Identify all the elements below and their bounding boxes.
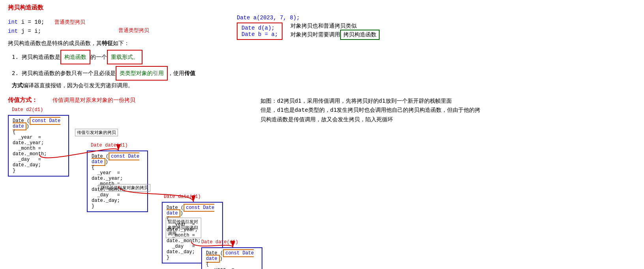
annotation3-box: 层层传值引发对象的拷贝的递归调用 xyxy=(166,218,201,238)
label-d2d1: Date d2(d1) xyxy=(12,107,43,113)
copy-constructor-box: 拷贝构造函数 xyxy=(340,30,380,40)
label-date-d1-4: Date date(d1) xyxy=(201,239,238,245)
comment-right2: 对象拷贝时需要调用拷贝构造函数 xyxy=(290,30,380,40)
pass-right-line2: 但是，d1也是date类型的，d1发生拷贝时也会调用他自己的拷贝构造函数，但由于… xyxy=(260,105,636,115)
code-text1: i = 10; xyxy=(21,19,51,25)
frame1-header: Date (const Date date) xyxy=(13,118,64,129)
pass-right-line3: 贝构造函数是传值调用，故又会发生拷贝，陷入死循环 xyxy=(260,115,636,124)
frame1-const: const Date date xyxy=(13,117,60,130)
list1-prefix: 1. 拷贝构造函数是 xyxy=(12,54,60,60)
diagrams-area: Date d2(d1) Date (const Date date) { _ye… xyxy=(8,107,249,269)
list2-mid: ，使用 xyxy=(168,70,184,76)
frame4-const: const Date date xyxy=(206,249,254,263)
top-section: int i = 10; 普通类型拷贝 int j = i; 拷贝构造函数也是特殊… xyxy=(8,15,636,92)
section-title: 拷贝构造函数 xyxy=(8,4,636,11)
ordinary-copy-label: 普通类型拷贝 xyxy=(118,27,149,34)
desc1-highlight: 特征 xyxy=(102,40,113,46)
list1-h2-box: 重载形式。 xyxy=(107,50,142,64)
date-line1: Date a(2023, 7, 8); xyxy=(237,15,380,21)
list-item1: 1. 拷贝构造函数是构造函数的一个重载形式。 xyxy=(12,50,197,64)
frame4-header: Date (const Date date) xyxy=(206,250,258,261)
list: 1. 拷贝构造函数是构造函数的一个重载形式。 2. 拷贝构造函数的参数只有一个且… xyxy=(12,50,197,91)
pass-right: 如图：d2拷贝d1，采用传值调用，先将拷贝好的d1放到一个新开辟的栈帧里面 但是… xyxy=(260,96,636,269)
frame1-box: Date (const Date date) { _year = date._y… xyxy=(8,115,69,177)
code-text2: j = i; xyxy=(21,28,41,34)
code-right: Date a(2023, 7, 8); Date d(a); Date b = … xyxy=(237,15,380,40)
list1-mid: 的一个 xyxy=(90,54,107,60)
code-left-block: int i = 10; 普通类型拷贝 int j = i; xyxy=(8,18,197,36)
code-line2: int j = i; xyxy=(8,27,197,36)
pass-right-line1: 如图：d2拷贝d1，采用传值调用，先将拷贝好的d1放到一个新开辟的栈帧里面 xyxy=(260,96,636,106)
frame2-const: const Date date xyxy=(92,152,139,166)
date-line2: Date d(a); xyxy=(242,25,278,31)
code-left: int i = 10; 普通类型拷贝 int j = i; 拷贝构造函数也是特殊… xyxy=(8,15,197,92)
frame1-body: { _year = date._year; _month = date._mon… xyxy=(13,129,64,173)
desc1-suffix: 如下： xyxy=(113,40,129,46)
frame3-header: Date (const Date date) xyxy=(167,205,218,216)
code-line1: int i = 10; 普通类型拷贝 xyxy=(8,18,197,27)
date-right-comment: 对象拷贝也和普通拷贝类似 对象拷贝时需要调用拷贝构造函数 xyxy=(290,23,380,40)
pass-header: 传值方式： 传值调用是对原来对象的一份拷贝 xyxy=(8,96,253,104)
pass-desc: 传值调用是对原来对象的一份拷贝 xyxy=(52,97,135,104)
comment-right1: 对象拷贝也和普通拷贝类似 xyxy=(290,23,380,30)
label-date-d1-2: Date date(d1) xyxy=(91,143,128,148)
comment1: 普通类型拷贝 xyxy=(54,19,85,25)
frame1: Date (const Date date) { _year = date._y… xyxy=(8,115,69,177)
frame2: Date (const Date date) { _year = date._y… xyxy=(87,150,148,212)
pass-right-text: 如图：d2拷贝d1，采用传值调用，先将拷贝好的d1放到一个新开辟的栈帧里面 但是… xyxy=(260,96,636,124)
keyword-int2: int xyxy=(8,28,18,34)
list2-highlight-box: 类类型对象的引用 xyxy=(116,66,168,81)
label-date-d1-3: Date date(d1) xyxy=(164,194,201,199)
desc-text: 拷贝构造函数也是特殊的成员函数，其特征如下： xyxy=(8,39,197,48)
date-line3: Date b = a; xyxy=(242,31,278,38)
pass-section: 传值方式： 传值调用是对原来对象的一份拷贝 Date d2(d1) Date (… xyxy=(8,96,636,269)
annotation1-box: 传值引发对象的拷贝 xyxy=(75,129,118,136)
frame4: Date (const Date date) { _year = date._y… xyxy=(201,247,262,269)
frame2-header: Date (const Date date) xyxy=(92,154,143,165)
frame2-box: Date (const Date date) { _year = date._y… xyxy=(87,150,148,212)
list2-suffix: 编译器直接报错，因为会引发无穷递归调用。 xyxy=(23,82,133,88)
list1-h1-box: 构造函数 xyxy=(60,50,90,64)
date-box-row: Date d(a); Date b = a; 对象拷贝也和普通拷贝类似 对象拷贝… xyxy=(237,23,380,40)
frame3-const: const Date date xyxy=(167,204,214,217)
annotation2-box: 继续传值引发对象的拷贝 xyxy=(99,184,150,192)
list2-prefix: 2. 拷贝构造函数的参数只有一个且必须是 xyxy=(12,70,116,76)
frame4-box: Date (const Date date) { _year = date._y… xyxy=(201,247,262,269)
pass-title: 传值方式： xyxy=(8,96,37,104)
desc1-prefix: 拷贝构造函数也是特殊的成员函数，其 xyxy=(8,40,102,46)
pass-left: 传值方式： 传值调用是对原来对象的一份拷贝 Date d2(d1) Date (… xyxy=(8,96,253,269)
date-code-box: Date d(a); Date b = a; xyxy=(237,23,283,40)
keyword-int1: int xyxy=(8,19,18,25)
list-item2: 2. 拷贝构造函数的参数只有一个且必须是类类型对象的引用，使用传值方式编译器直接… xyxy=(12,66,197,90)
